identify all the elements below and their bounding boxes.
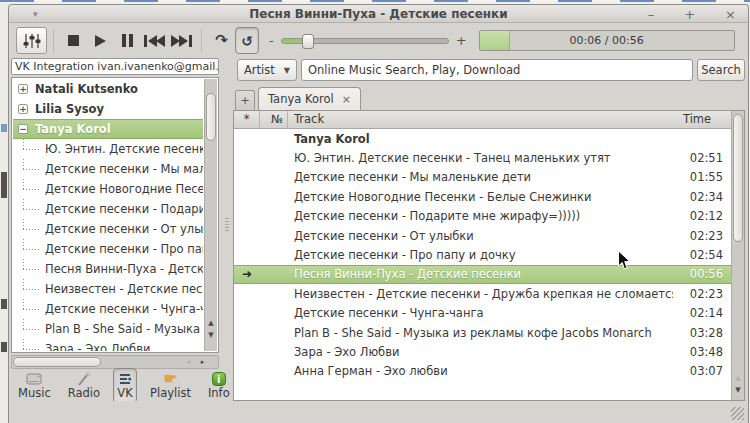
- pause-button[interactable]: [114, 28, 141, 54]
- scroll-right-icon[interactable]: ▸: [197, 356, 208, 368]
- nav-tab-music[interactable]: Music: [14, 368, 55, 403]
- table-header[interactable]: * № Track Time: [234, 111, 731, 129]
- previous-button[interactable]: [141, 28, 168, 54]
- track-title: Анна Герман - Эхо любви: [288, 364, 673, 378]
- tree-item[interactable]: Зара - Эхо Любви: [13, 339, 203, 351]
- splitter-grip-icon: [225, 218, 229, 232]
- tracklist-scrollbar-thumb[interactable]: [733, 114, 743, 242]
- search-bar: Artist ▼ Search: [237, 58, 745, 82]
- sidebar-horizontal-scrollbar[interactable]: ◂ ▸: [11, 355, 219, 369]
- search-button[interactable]: Search: [697, 59, 745, 81]
- tree-item[interactable]: Plan B - She Said - Музыка из рекламы ко…: [13, 319, 203, 339]
- track-row[interactable]: Детские песенки - Мы маленькие дети 01:5…: [234, 168, 731, 187]
- tree-item[interactable]: Детские песенки - Чунга-чанга: [13, 299, 203, 319]
- equalizer-button[interactable]: [16, 27, 47, 54]
- volume-fill: [282, 39, 304, 43]
- column-header-star[interactable]: *: [234, 111, 260, 129]
- scroll-down-icon[interactable]: ▼: [732, 385, 744, 396]
- track-row[interactable]: Детские Новогодние Песенки - Белые Снежи…: [234, 187, 731, 206]
- column-header-number[interactable]: №: [260, 111, 288, 129]
- volume-plus[interactable]: +: [456, 33, 467, 48]
- close-button[interactable]: ×: [725, 7, 736, 22]
- expander-icon[interactable]: −: [18, 124, 28, 134]
- volume-minus[interactable]: -: [269, 33, 274, 48]
- column-header-time[interactable]: Time: [673, 111, 731, 129]
- track-row[interactable]: ➜ Песня Винни-Пуха - Детские песенки 00:…: [234, 265, 731, 284]
- tree-item[interactable]: + Lilia Sysoy: [13, 99, 203, 119]
- tracklist-vertical-scrollbar[interactable]: ▲ ▼: [731, 111, 744, 400]
- tree-item[interactable]: Детские песенки - От улыбки: [13, 219, 203, 239]
- track-row[interactable]: Анна Герман - Эхо любви 03:07: [234, 362, 731, 381]
- expander-icon[interactable]: +: [18, 84, 28, 94]
- minimize-button[interactable]: –: [648, 7, 655, 22]
- tree-item-label: Plan B - She Said - Музыка из рекламы ко…: [45, 322, 203, 336]
- sidebar-hscrollbar-thumb[interactable]: [13, 357, 101, 367]
- maximize-button[interactable]: +: [684, 7, 695, 22]
- toolbar-separator: [201, 29, 202, 53]
- column-header-track[interactable]: Track: [288, 111, 673, 129]
- shuffle-button[interactable]: ↷: [208, 28, 235, 54]
- search-input[interactable]: [301, 59, 693, 81]
- nav-tab-playlist[interactable]: ☛ Playlist: [146, 368, 195, 403]
- track-title: Детские Новогодние Песенки - Белые Снежи…: [288, 190, 673, 204]
- track-row[interactable]: Зара - Эхо Любви 03:48: [234, 342, 731, 361]
- stop-button[interactable]: [60, 28, 87, 54]
- progress-bar[interactable]: 00:06 / 00:56: [479, 30, 735, 51]
- toolbar-separator: [53, 29, 54, 53]
- track-time: 02:23: [673, 287, 731, 301]
- track-time: 02:54: [673, 248, 731, 262]
- volume-handle[interactable]: [302, 34, 314, 49]
- tree-item-label: Неизвестен - Детские песенки - Дружба кр…: [45, 282, 203, 296]
- volume-slider[interactable]: [281, 38, 449, 44]
- track-row[interactable]: Детские песенки - Чунга-чанга 02:14: [234, 304, 731, 323]
- tab-tanya-korol[interactable]: Tanya Korol ×: [258, 87, 361, 110]
- scroll-up-icon[interactable]: ▲: [732, 373, 744, 384]
- track-title: Plan B - She Said - Музыка из рекламы ко…: [288, 326, 673, 340]
- tree-item[interactable]: Детские песенки - Мы маленькие дети: [13, 159, 203, 179]
- sidebar-scrollbar-thumb[interactable]: [206, 93, 216, 141]
- search-filter-dropdown[interactable]: Artist ▼: [237, 59, 297, 81]
- resize-grip-icon[interactable]: [731, 407, 744, 420]
- background-desktop-strip: [0, 4, 8, 423]
- tree-item[interactable]: Ю. Энтин. Детские песенки - Танец малень…: [13, 139, 203, 159]
- track-row[interactable]: Ю. Энтин. Детские песенки - Танец малень…: [234, 148, 731, 167]
- window-menu-icon[interactable]: ▾: [33, 6, 38, 22]
- track-row[interactable]: Неизвестен - Детские песенки - Дружба кр…: [234, 284, 731, 303]
- main-panel: Artist ▼ Search + Tanya Korol × * № Trac…: [233, 58, 748, 401]
- tree-item[interactable]: + Natali Kutsenko: [13, 79, 203, 99]
- play-button[interactable]: [87, 28, 114, 54]
- tree-item[interactable]: Детские песенки - Про папу и дочку: [13, 239, 203, 259]
- track-row[interactable]: Детские песенки - Подарите мне жирафу=))…: [234, 207, 731, 226]
- repeat-button[interactable]: ↺: [235, 27, 259, 54]
- track-title: Детские песенки - Мы маленькие дети: [288, 170, 673, 184]
- tree-item[interactable]: Детские песенки - Подарите мне жирафу=))…: [13, 199, 203, 219]
- next-button[interactable]: [168, 28, 195, 54]
- track-title: Неизвестен - Детские песенки - Дружба кр…: [288, 287, 673, 301]
- nav-tab-radio[interactable]: Radio: [64, 368, 104, 403]
- tree-item[interactable]: Детские Новогодние Песенки - Белые Снежи…: [13, 179, 203, 199]
- tree-item[interactable]: Неизвестен - Детские песенки - Дружба кр…: [13, 279, 203, 299]
- track-row[interactable]: Tanya Korol: [234, 129, 731, 148]
- scroll-up-icon[interactable]: ▲: [205, 318, 217, 329]
- title-bar[interactable]: ▾ Песня Винни-Пуха - Детские песенки – +…: [9, 5, 748, 23]
- track-row[interactable]: Детские песенки - Про папу и дочку 02:54: [234, 245, 731, 264]
- scroll-down-icon[interactable]: ▼: [205, 330, 217, 341]
- sidebar-vertical-scrollbar[interactable]: ▲ ▼: [204, 79, 217, 351]
- vk-account-header[interactable]: VK Integration ivan.ivanenko@gmail.: [11, 58, 219, 75]
- tree-item-label: Tanya Korol: [35, 122, 111, 136]
- track-time: 02:23: [673, 229, 731, 243]
- nav-tab-vk[interactable]: VK: [113, 368, 137, 403]
- new-tab-button[interactable]: +: [235, 90, 255, 110]
- tree-item[interactable]: Песня Винни-Пуха - Детские песенки: [13, 259, 203, 279]
- expander-icon[interactable]: +: [18, 104, 28, 114]
- track-time: 00:56: [673, 267, 731, 281]
- track-row[interactable]: Детские песенки - От улыбки 02:23: [234, 226, 731, 245]
- tree-item[interactable]: − Tanya Korol: [13, 119, 203, 139]
- scroll-left-icon[interactable]: ◂: [183, 356, 194, 368]
- track-row[interactable]: Plan B - She Said - Музыка из рекламы ко…: [234, 323, 731, 342]
- track-title: Детские песенки - Подарите мне жирафу=))…: [288, 209, 673, 223]
- pane-splitter[interactable]: [221, 58, 233, 401]
- vk-list-icon: [117, 371, 133, 387]
- artist-tree: + Natali Kutsenko + Lilia Sysoy − Tanya …: [13, 79, 203, 351]
- tab-close-icon[interactable]: ×: [342, 93, 351, 106]
